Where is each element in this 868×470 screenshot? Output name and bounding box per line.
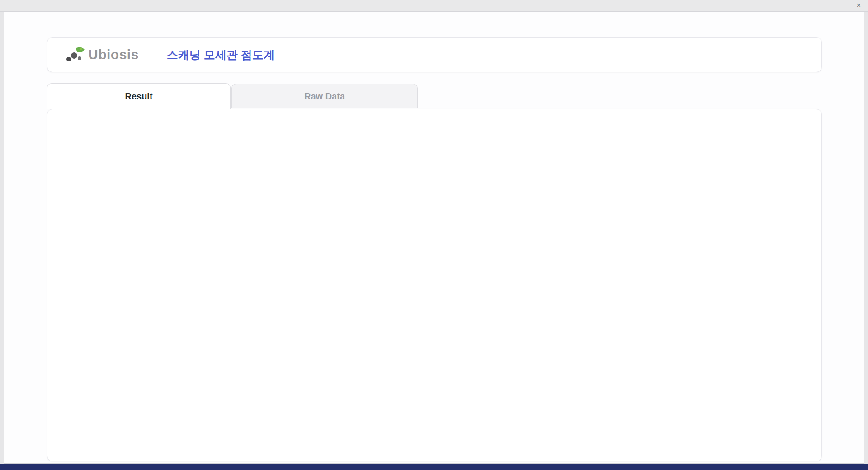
ubiosis-logo: Ubiosis (65, 46, 139, 63)
page-title: 스캐닝 모세관 점도계 (167, 47, 275, 62)
close-icon[interactable]: × (857, 1, 861, 9)
tab-result[interactable]: Result (47, 83, 231, 109)
bottom-status-bar (0, 464, 868, 470)
tab-raw-data[interactable]: Raw Data (231, 84, 418, 108)
logo-text: Ubiosis (88, 47, 139, 62)
ubiosis-logo-icon (65, 46, 85, 63)
tab-result-label: Result (125, 91, 152, 102)
app-header: Ubiosis 스캐닝 모세관 점도계 (47, 37, 822, 72)
app-window: Ubiosis 스캐닝 모세관 점도계 Result Raw Data i Fi… (4, 12, 864, 464)
result-panel (47, 109, 822, 461)
window-titlebar: × (0, 0, 868, 12)
tab-raw-data-label: Raw Data (304, 91, 345, 102)
